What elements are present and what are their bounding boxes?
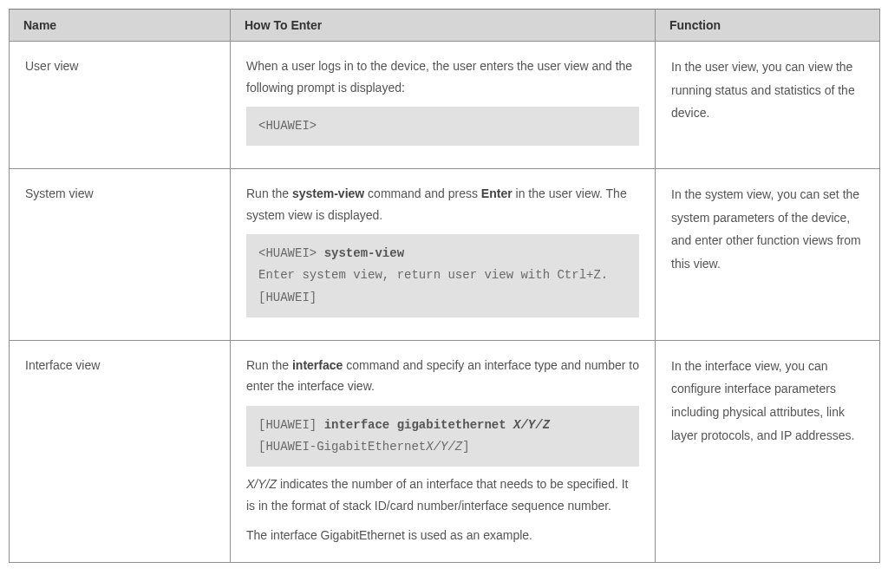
how-intro-text: When a user logs in to the device, the u… [246, 56, 639, 98]
code-italic: X/Y/Z [513, 418, 550, 432]
text-fragment: command and press [364, 186, 481, 200]
text-fragment: indicates the number of an interface tha… [246, 477, 629, 513]
col-header-name: Name [10, 10, 231, 42]
bold-key: Enter [481, 186, 513, 200]
table-header-row: Name How To Enter Function [10, 10, 880, 42]
code-line: <HUAWEI> [258, 115, 627, 137]
code-line: [HUAWEI] [258, 287, 627, 309]
code-bold: system-view [324, 246, 404, 260]
code-line: [HUAWEI-GigabitEthernetX/Y/Z] [258, 436, 627, 458]
table-row: System view Run the system-view command … [10, 169, 880, 341]
code-italic: X/Y/Z [426, 440, 462, 454]
views-table: Name How To Enter Function User view Whe… [9, 9, 880, 563]
function-cell: In the user view, you can view the runni… [656, 42, 880, 169]
code-block: <HUAWEI> [246, 107, 639, 146]
col-header-how: How To Enter [231, 10, 656, 42]
code-line: Enter system view, return user view with… [258, 265, 627, 286]
table-row: Interface view Run the interface command… [10, 340, 880, 562]
name-cell: User view [10, 42, 231, 169]
code-line: [HUAWEI] interface gigabitethernet X/Y/Z [258, 415, 627, 436]
name-cell: Interface view [10, 340, 231, 562]
how-intro-text: Run the interface command and specify an… [246, 355, 639, 397]
code-text: ] [462, 440, 469, 454]
text-fragment: Run the [246, 186, 292, 200]
note-text: X/Y/Z indicates the number of an interfa… [246, 474, 639, 516]
name-cell: System view [10, 169, 231, 341]
code-block: [HUAWEI] interface gigabitethernet X/Y/Z… [246, 406, 639, 467]
function-cell: In the system view, you can set the syst… [656, 169, 880, 341]
how-cell: When a user logs in to the device, the u… [231, 42, 656, 169]
code-text: <HUAWEI> [258, 246, 324, 260]
italic-fragment: X/Y/Z [246, 477, 277, 491]
col-header-function: Function [656, 10, 880, 42]
note-text: The interface GigabitEthernet is used as… [246, 525, 639, 546]
how-intro-text: Run the system-view command and press En… [246, 183, 639, 225]
code-bold: interface gigabitethernet X/Y/Z [324, 418, 550, 432]
code-text: [HUAWEI-GigabitEthernet [258, 440, 426, 454]
text-fragment: Run the [246, 358, 292, 372]
bold-command: interface [292, 358, 343, 372]
bold-command: system-view [292, 186, 364, 200]
function-cell: In the interface view, you can configure… [656, 340, 880, 562]
code-text: [HUAWEI] [258, 418, 324, 432]
code-line: <HUAWEI> system-view [258, 243, 627, 265]
how-cell: Run the system-view command and press En… [231, 169, 656, 341]
table-row: User view When a user logs in to the dev… [10, 42, 880, 169]
code-block: <HUAWEI> system-view Enter system view, … [246, 234, 639, 317]
how-cell: Run the interface command and specify an… [231, 340, 656, 562]
code-text: interface gigabitethernet [324, 418, 513, 432]
